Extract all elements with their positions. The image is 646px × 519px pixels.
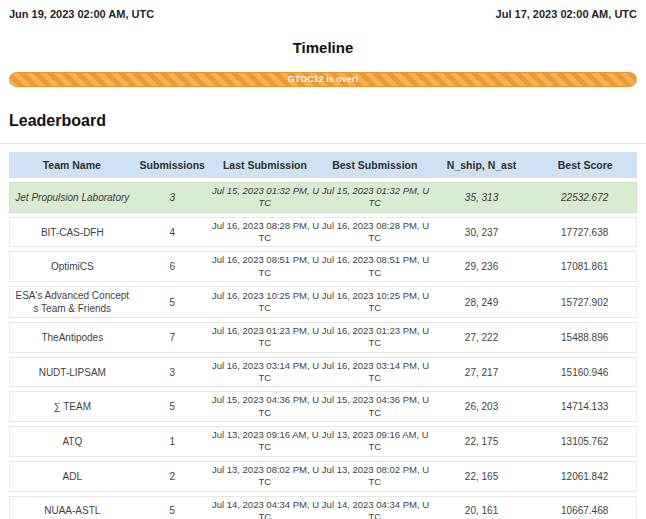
last-submission-cell: Jul 16, 2023 01:23 PM, U TC xyxy=(210,322,320,353)
nship-nast-cell: 26, 203 xyxy=(430,391,534,422)
submissions-cell: 3 xyxy=(135,357,210,388)
best-score-cell: 15727.902 xyxy=(533,286,637,318)
timeline-start-date: Jun 19, 2023 02:00 AM, UTC xyxy=(9,8,154,20)
column-header: Team Name xyxy=(9,152,135,178)
best-submission-cell: Jul 16, 2023 08:51 PM, U TC xyxy=(320,251,430,282)
nship-nast-cell: 29, 236 xyxy=(430,251,534,282)
leaderboard-row: ∑ TEAM5Jul 15, 2023 04:36 PM, U TCJul 15… xyxy=(9,391,637,422)
leaderboard-table: Team NameSubmissionsLast SubmissionBest … xyxy=(9,148,637,519)
last-submission-cell: Jul 15, 2023 01:32 PM, U TC xyxy=(210,182,320,213)
section-divider xyxy=(0,143,646,144)
last-submission-cell: Jul 16, 2023 03:14 PM, U TC xyxy=(210,357,320,388)
column-header: Best Score xyxy=(533,152,637,178)
best-submission-cell: Jul 16, 2023 03:14 PM, U TC xyxy=(320,357,430,388)
last-submission-cell: Jul 16, 2023 10:25 PM, U TC xyxy=(210,286,320,318)
team-name-cell: ADL xyxy=(9,461,135,492)
best-submission-cell: Jul 14, 2023 04:34 PM, U TC xyxy=(320,496,430,519)
submissions-cell: 7 xyxy=(135,322,210,353)
nship-nast-cell: 22, 175 xyxy=(430,426,534,457)
nship-nast-cell: 30, 237 xyxy=(430,217,534,248)
team-name-cell: TheAntipodes xyxy=(9,322,135,353)
best-score-cell: 22532.672 xyxy=(533,182,637,213)
best-submission-cell: Jul 13, 2023 08:02 PM, U TC xyxy=(320,461,430,492)
leaderboard-row: ATQ1Jul 13, 2023 09:16 AM, U TCJul 13, 2… xyxy=(9,426,637,457)
last-submission-cell: Jul 16, 2023 08:51 PM, U TC xyxy=(210,251,320,282)
team-name-cell: NUAA-ASTL xyxy=(9,496,135,519)
best-score-cell: 17727.638 xyxy=(533,217,637,248)
last-submission-cell: Jul 13, 2023 09:16 AM, U TC xyxy=(210,426,320,457)
leaderboard-row: Jet Propulsion Laboratory3Jul 15, 2023 0… xyxy=(9,182,637,213)
team-name-cell: ATQ xyxy=(9,426,135,457)
leaderboard-row: OptimiCS6Jul 16, 2023 08:51 PM, U TCJul … xyxy=(9,251,637,282)
best-score-cell: 15488.896 xyxy=(533,322,637,353)
best-submission-cell: Jul 16, 2023 10:25 PM, U TC xyxy=(320,286,430,318)
best-submission-cell: Jul 15, 2023 04:36 PM, U TC xyxy=(320,391,430,422)
column-header: Best Submission xyxy=(320,152,430,178)
nship-nast-cell: 22, 165 xyxy=(430,461,534,492)
last-submission-cell: Jul 15, 2023 04:36 PM, U TC xyxy=(210,391,320,422)
last-submission-cell: Jul 13, 2023 08:02 PM, U TC xyxy=(210,461,320,492)
best-submission-cell: Jul 15, 2023 01:32 PM, U TC xyxy=(320,182,430,213)
nship-nast-cell: 28, 249 xyxy=(430,286,534,318)
submissions-cell: 4 xyxy=(135,217,210,248)
leaderboard-row: BIT-CAS-DFH4Jul 16, 2023 08:28 PM, U TCJ… xyxy=(9,217,637,248)
best-score-cell: 12061.842 xyxy=(533,461,637,492)
best-submission-cell: Jul 16, 2023 01:23 PM, U TC xyxy=(320,322,430,353)
progress-bar-label: GTOC12 is over! xyxy=(10,73,636,86)
nship-nast-cell: 35, 313 xyxy=(430,182,534,213)
team-name-cell: OptimiCS xyxy=(9,251,135,282)
leaderboard-row: NUAA-ASTL5Jul 14, 2023 04:34 PM, U TCJul… xyxy=(9,496,637,519)
timeline-dates: Jun 19, 2023 02:00 AM, UTC Jul 17, 2023 … xyxy=(9,8,637,20)
best-submission-cell: Jul 13, 2023 09:16 AM, U TC xyxy=(320,426,430,457)
leaderboard-row: TheAntipodes7Jul 16, 2023 01:23 PM, U TC… xyxy=(9,322,637,353)
leaderboard-row: ESA's Advanced Concept s Team & Friends5… xyxy=(9,286,637,318)
best-score-cell: 13105.762 xyxy=(533,426,637,457)
submissions-cell: 2 xyxy=(135,461,210,492)
last-submission-cell: Jul 14, 2023 04:34 PM, U TC xyxy=(210,496,320,519)
leaderboard-title: Leaderboard xyxy=(9,112,637,130)
submissions-cell: 1 xyxy=(135,426,210,457)
team-name-cell: ∑ TEAM xyxy=(9,391,135,422)
team-name-cell: ESA's Advanced Concept s Team & Friends xyxy=(9,286,135,318)
leaderboard-row: NUDT-LIPSAM3Jul 16, 2023 03:14 PM, U TCJ… xyxy=(9,357,637,388)
nship-nast-cell: 20, 161 xyxy=(430,496,534,519)
submissions-cell: 3 xyxy=(135,182,210,213)
submissions-cell: 5 xyxy=(135,391,210,422)
submissions-cell: 5 xyxy=(135,496,210,519)
best-score-cell: 14714.133 xyxy=(533,391,637,422)
column-header: N_ship, N_ast xyxy=(430,152,534,178)
page: Jun 19, 2023 02:00 AM, UTC Jul 17, 2023 … xyxy=(0,0,646,519)
leaderboard-header-row: Team NameSubmissionsLast SubmissionBest … xyxy=(9,152,637,178)
submissions-cell: 6 xyxy=(135,251,210,282)
leaderboard-header: Team NameSubmissionsLast SubmissionBest … xyxy=(9,152,637,178)
leaderboard-row: ADL2Jul 13, 2023 08:02 PM, U TCJul 13, 2… xyxy=(9,461,637,492)
team-name-cell: BIT-CAS-DFH xyxy=(9,217,135,248)
last-submission-cell: Jul 16, 2023 08:28 PM, U TC xyxy=(210,217,320,248)
nship-nast-cell: 27, 217 xyxy=(430,357,534,388)
column-header: Submissions xyxy=(135,152,210,178)
team-name-cell: Jet Propulsion Laboratory xyxy=(9,182,135,213)
submissions-cell: 5 xyxy=(135,286,210,318)
team-name-cell: NUDT-LIPSAM xyxy=(9,357,135,388)
timeline-progress-bar: GTOC12 is over! xyxy=(9,72,637,87)
leaderboard-body: Jet Propulsion Laboratory3Jul 15, 2023 0… xyxy=(9,182,637,519)
timeline-title: Timeline xyxy=(9,39,637,56)
nship-nast-cell: 27, 222 xyxy=(430,322,534,353)
timeline-end-date: Jul 17, 2023 02:00 AM, UTC xyxy=(496,8,637,20)
best-score-cell: 10667.468 xyxy=(533,496,637,519)
best-submission-cell: Jul 16, 2023 08:28 PM, U TC xyxy=(320,217,430,248)
best-score-cell: 17081.861 xyxy=(533,251,637,282)
best-score-cell: 15160.946 xyxy=(533,357,637,388)
column-header: Last Submission xyxy=(210,152,320,178)
